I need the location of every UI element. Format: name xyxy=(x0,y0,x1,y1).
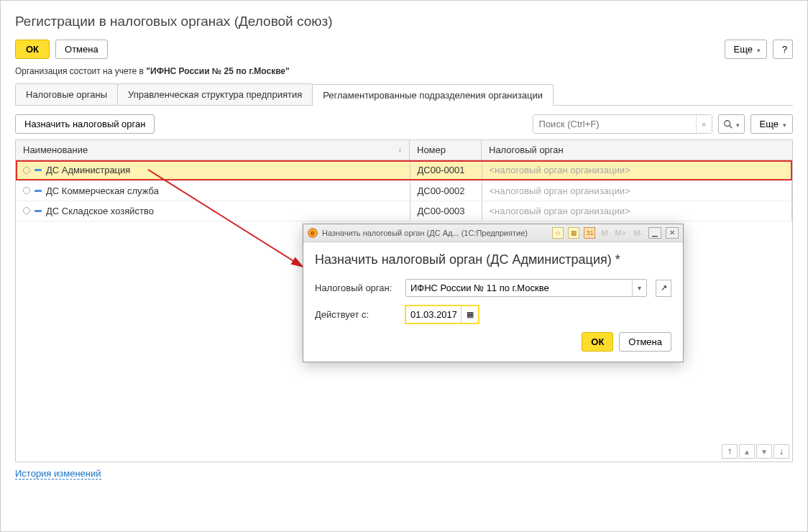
row-name: ДС Коммерческая служба xyxy=(46,185,159,196)
date-field: ▦ xyxy=(405,306,479,324)
main-window: Регистрации в налоговых органах (Деловой… xyxy=(0,0,808,532)
cancel-button[interactable]: Отмена xyxy=(55,40,108,59)
scroll-down-button[interactable]: ▼ xyxy=(756,444,772,459)
help-button[interactable]: ? xyxy=(773,40,793,59)
sub-toolbar: Назначить налоговый орган × Еще xyxy=(15,114,793,134)
table-row[interactable]: ДС Складское хозяйство ДС00-0003 <налого… xyxy=(16,201,792,221)
window-close-button[interactable]: ✕ xyxy=(666,227,679,239)
date-input[interactable] xyxy=(406,306,461,323)
table-row[interactable]: ДС Коммерческая служба ДС00-0002 <налого… xyxy=(16,180,792,201)
history-link[interactable]: История изменений xyxy=(15,468,101,480)
app-icon: e xyxy=(308,228,318,238)
dialog-ok-button[interactable]: ОК xyxy=(582,332,613,352)
dialog-heading: Назначить налоговый орган (ДС Администра… xyxy=(315,252,671,267)
dash-icon xyxy=(35,210,42,212)
row-authority: <налоговый орган организации> xyxy=(482,201,792,221)
assign-authority-button[interactable]: Назначить налоговый орган xyxy=(15,114,155,134)
memory-mminus-button[interactable]: M- xyxy=(632,229,644,237)
search-field-wrap: × xyxy=(533,114,712,134)
search-input[interactable] xyxy=(533,115,696,133)
row-number: ДС00-0001 xyxy=(410,160,482,180)
assign-authority-dialog: e Назначить налоговый орган (ДС Ад... (1… xyxy=(303,224,684,362)
dialog-titlebar[interactable]: e Назначить налоговый орган (ДС Ад... (1… xyxy=(303,224,683,242)
status-line: Организация состоит на учете в "ИФНС Рос… xyxy=(15,66,793,76)
row-authority: <налоговый орган организации> xyxy=(482,160,792,180)
svg-line-1 xyxy=(729,125,732,128)
row-number: ДС00-0002 xyxy=(410,180,482,201)
chevron-down-icon xyxy=(735,119,740,129)
form-row-date: Действует с: ▦ xyxy=(315,306,671,324)
favorite-icon[interactable]: ☆ xyxy=(552,227,564,239)
row-marker-icon xyxy=(23,187,30,194)
more-list-button[interactable]: Еще xyxy=(750,114,793,134)
page-title: Регистрации в налоговых органах (Деловой… xyxy=(15,14,793,29)
dialog-cancel-button[interactable]: Отмена xyxy=(619,332,671,352)
row-authority: <налоговый орган организации> xyxy=(482,180,792,201)
memory-mplus-button[interactable]: M+ xyxy=(614,229,628,237)
row-marker-icon xyxy=(23,167,30,174)
magnifier-icon xyxy=(723,119,733,129)
table-row[interactable]: ДС Администрация ДС00-0001 <налоговый ор… xyxy=(16,160,792,180)
dialog-footer: ОК Отмена xyxy=(315,332,671,352)
window-minimize-button[interactable]: ▁ xyxy=(648,227,661,239)
more-button[interactable]: Еще xyxy=(725,40,767,59)
authority-input[interactable] xyxy=(406,280,632,296)
column-header-name[interactable]: Наименование↓ xyxy=(16,140,410,160)
ok-button[interactable]: ОК xyxy=(15,40,50,59)
authority-dropdown-button[interactable]: ▾ xyxy=(632,280,646,296)
clear-search-button[interactable]: × xyxy=(696,115,712,133)
calendar-icon[interactable]: 31 xyxy=(584,227,595,239)
svg-point-0 xyxy=(724,120,730,126)
authority-label: Налоговый орган: xyxy=(315,283,400,293)
scroll-first-button[interactable]: ⤒ xyxy=(722,444,738,459)
scroll-last-button[interactable]: ⤓ xyxy=(773,444,789,459)
tab-bar: Налоговые органы Управленческая структур… xyxy=(15,83,793,106)
authority-open-button[interactable]: ↗ xyxy=(656,280,671,297)
tab-regulated-divisions[interactable]: Регламентированные подразделения организ… xyxy=(312,84,554,106)
memory-m-button[interactable]: M xyxy=(600,229,609,237)
row-number: ДС00-0003 xyxy=(410,201,482,221)
row-marker-icon xyxy=(23,207,30,214)
chevron-down-icon xyxy=(781,119,786,129)
dash-icon xyxy=(35,190,42,192)
dialog-body: Назначить налоговый орган (ДС Администра… xyxy=(303,242,683,362)
authority-field: ▾ xyxy=(405,279,647,297)
row-name: ДС Складское хозяйство xyxy=(46,206,154,216)
chevron-down-icon xyxy=(756,44,761,55)
sort-down-icon: ↓ xyxy=(398,145,403,153)
scroll-nav-buttons: ⤒ ▲ ▼ ⤓ xyxy=(722,444,789,459)
tab-management-structure[interactable]: Управленческая структура предприятия xyxy=(117,83,313,105)
date-label: Действует с: xyxy=(315,309,400,320)
date-calendar-button[interactable]: ▦ xyxy=(461,306,478,323)
dialog-title-text: Назначить налоговый орган (ДС Ад... (1С:… xyxy=(322,229,528,237)
scroll-up-button[interactable]: ▲ xyxy=(739,444,755,459)
dash-icon xyxy=(35,169,42,171)
search-advanced-button[interactable] xyxy=(718,114,745,134)
main-toolbar: ОК Отмена Еще ? xyxy=(15,40,793,59)
row-name: ДС Администрация xyxy=(46,165,130,175)
list-icon[interactable]: ▦ xyxy=(568,227,579,239)
divisions-table-header: Наименование↓ Номер Налоговый орган xyxy=(15,139,793,160)
form-row-authority: Налоговый орган: ▾ ↗ xyxy=(315,279,671,297)
tab-tax-authorities[interactable]: Налоговые органы xyxy=(15,83,118,105)
column-header-authority[interactable]: Налоговый орган xyxy=(482,140,793,160)
column-header-number[interactable]: Номер xyxy=(410,140,482,160)
